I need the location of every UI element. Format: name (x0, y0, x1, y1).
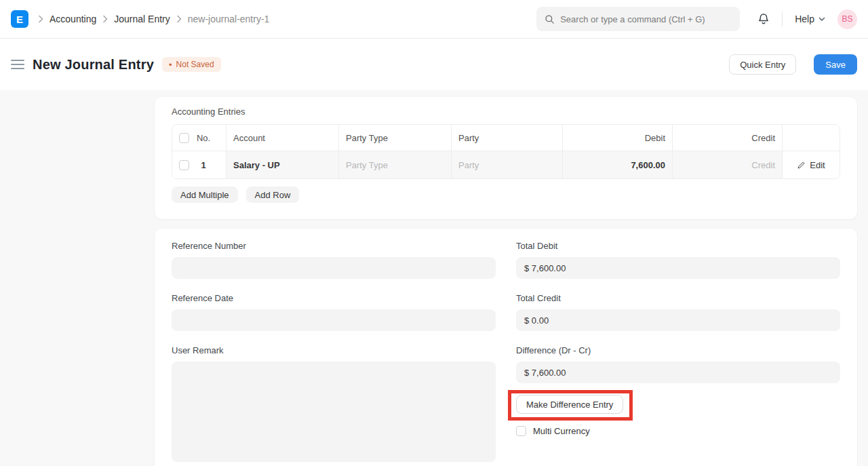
chevron-right-icon (102, 15, 108, 23)
row-actions-cell: Edit (783, 151, 840, 178)
main-content: Accounting Entries No. Account Party Typ… (0, 90, 868, 466)
table-row-no-cell: 1 (172, 151, 226, 178)
global-search[interactable] (536, 7, 740, 31)
table-actions: Add Multiple Add Row (172, 187, 840, 203)
reference-number-input[interactable] (172, 257, 496, 279)
debit-value: 7,600.00 (631, 160, 665, 170)
notifications-button[interactable] (757, 13, 770, 25)
table-header-credit: Credit (673, 125, 783, 151)
edit-label: Edit (810, 160, 825, 170)
accounting-entries-title: Accounting Entries (172, 106, 840, 117)
row-checkbox[interactable] (179, 160, 189, 170)
bell-icon (757, 13, 770, 25)
reference-date-field: Reference Date (172, 293, 496, 331)
breadcrumb: Accounting Journal Entry new-journal-ent… (38, 14, 269, 24)
accounting-entries-table: No. Account Party Type Party Debit Credi… (172, 124, 840, 179)
page-head: New Journal Entry • Not Saved Quick Entr… (0, 39, 868, 90)
search-icon (545, 14, 555, 24)
page-actions: Quick Entry Save (729, 54, 857, 75)
difference-field: Difference (Dr - Cr) (516, 345, 840, 383)
credit-cell[interactable]: Credit (673, 151, 783, 178)
add-row-button[interactable]: Add Row (246, 187, 300, 203)
difference-label: Difference (Dr - Cr) (516, 345, 840, 355)
reference-date-input[interactable] (172, 309, 496, 331)
search-input[interactable] (560, 14, 732, 24)
quick-entry-button[interactable]: Quick Entry (729, 54, 796, 75)
navbar: E Accounting Journal Entry new-journal-e… (0, 0, 868, 39)
user-remark-textarea[interactable] (172, 362, 496, 462)
total-debit-field: Total Debit (516, 241, 840, 279)
breadcrumb-current-doc: new-journal-entry-1 (188, 14, 270, 24)
total-credit-label: Total Credit (516, 293, 840, 303)
form-left-column: Reference Number Reference Date User Rem… (172, 241, 496, 466)
total-credit-field: Total Credit (516, 293, 840, 331)
table-header-debit: Debit (563, 125, 673, 151)
account-cell[interactable]: Salary - UP (226, 151, 339, 178)
party-cell[interactable]: Party (452, 151, 563, 178)
navbar-right: Help BS (757, 9, 857, 29)
user-remark-field: User Remark (172, 345, 496, 464)
app-logo[interactable]: E (11, 10, 28, 28)
credit-placeholder: Credit (751, 160, 775, 170)
party-type-placeholder: Party Type (346, 160, 388, 170)
avatar[interactable]: BS (837, 9, 857, 29)
reference-number-field: Reference Number (172, 241, 496, 279)
total-credit-input[interactable] (516, 309, 840, 331)
table-header-party: Party (452, 125, 563, 151)
make-difference-entry-button[interactable]: Make Difference Entry (516, 395, 623, 414)
row-number: 1 (196, 160, 211, 170)
reference-date-label: Reference Date (172, 293, 496, 303)
user-remark-label: User Remark (172, 345, 496, 355)
avatar-initials: BS (842, 14, 852, 24)
journal-entry-form-card: Reference Number Reference Date User Rem… (155, 229, 857, 466)
edit-row-button[interactable]: Edit (797, 160, 825, 170)
multi-currency-checkbox[interactable] (516, 426, 526, 436)
table-header-actions (783, 125, 840, 151)
chevron-right-icon (38, 15, 43, 23)
add-multiple-button[interactable]: Add Multiple (172, 187, 238, 203)
multi-currency-label: Multi Currency (533, 426, 590, 436)
difference-input[interactable] (516, 362, 840, 383)
accounting-entries-card: Accounting Entries No. Account Party Typ… (155, 97, 857, 219)
table-header-account: Account (226, 125, 339, 151)
pencil-icon (797, 161, 806, 170)
status-dot: • (169, 60, 172, 69)
save-button[interactable]: Save (814, 54, 857, 75)
annotation-highlight-box: Make Difference Entry (508, 390, 633, 421)
page-title: New Journal Entry (33, 57, 154, 73)
party-type-cell[interactable]: Party Type (339, 151, 452, 178)
form-right-column: Total Debit Total Credit Difference (Dr … (516, 241, 840, 466)
chevron-down-icon (818, 17, 825, 22)
navbar-divider (782, 12, 783, 26)
total-debit-input[interactable] (516, 257, 840, 279)
help-menu[interactable]: Help (795, 14, 825, 24)
status-badge: • Not Saved (162, 57, 221, 72)
breadcrumb-journal-entry[interactable]: Journal Entry (114, 14, 170, 24)
status-badge-label: Not Saved (176, 60, 214, 69)
account-value: Salary - UP (233, 160, 280, 170)
app-logo-letter: E (16, 14, 23, 25)
help-label: Help (795, 14, 814, 24)
column-label-no: No. (196, 133, 211, 143)
multi-currency-field: Multi Currency (516, 426, 840, 436)
breadcrumb-accounting[interactable]: Accounting (50, 14, 96, 24)
total-debit-label: Total Debit (516, 241, 840, 251)
sidebar-toggle-icon[interactable] (11, 57, 24, 72)
table-header-party-type: Party Type (339, 125, 452, 151)
party-placeholder: Party (458, 160, 479, 170)
table-header-no: No. (172, 125, 226, 151)
chevron-right-icon (176, 15, 182, 23)
debit-cell[interactable]: 7,600.00 (563, 151, 673, 178)
select-all-checkbox[interactable] (179, 133, 189, 143)
reference-number-label: Reference Number (172, 241, 496, 251)
